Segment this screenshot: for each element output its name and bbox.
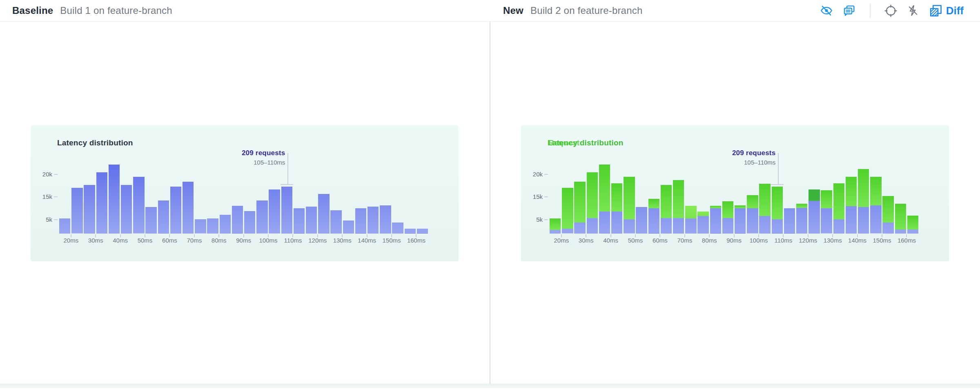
x-axis-label: 80ms <box>212 237 227 244</box>
baseline-bar-segment <box>808 201 820 234</box>
baseline-bar-segment <box>882 223 893 234</box>
x-axis-label: 110ms <box>774 237 792 244</box>
histogram-bar <box>611 183 622 234</box>
annotation-line <box>287 153 288 184</box>
x-axis-label: 140ms <box>358 237 376 244</box>
baseline-bar-segment <box>685 218 696 234</box>
diff-added-segment <box>858 169 869 207</box>
histogram-bar <box>648 199 659 234</box>
baseline-bar-segment <box>380 205 391 234</box>
baseline-bar-segment <box>710 208 721 234</box>
histogram-bar <box>380 205 391 234</box>
baseline-bar-segment <box>562 229 573 234</box>
histogram-bar <box>858 169 869 234</box>
baseline-bar-segment <box>772 219 783 234</box>
baseline-bar-segment <box>244 211 255 234</box>
baseline-bar-segment <box>870 205 881 234</box>
diff-added-segment <box>562 188 573 229</box>
baseline-bar-segment <box>895 229 906 234</box>
baseline-bar-segment <box>392 223 403 234</box>
diff-added-segment <box>673 180 684 218</box>
baseline-bar-segment <box>747 208 758 234</box>
hide-eye-icon[interactable] <box>820 4 833 17</box>
diff-added-segment <box>808 189 820 201</box>
baseline-bar-segment <box>858 207 869 234</box>
baseline-bar-segment <box>417 229 428 234</box>
histogram-bar <box>882 196 893 234</box>
diff-added-segment <box>735 205 746 209</box>
annotation-range: 105–110ms <box>732 159 775 166</box>
diff-added-segment <box>648 199 659 208</box>
y-axis-label: 5k <box>521 216 543 223</box>
new-snapshot-chart-with-diff: LatencyRequest distribution20k15k5k20ms3… <box>521 125 949 261</box>
baseline-bar-segment <box>109 165 120 234</box>
diff-added-segment <box>772 187 783 220</box>
y-axis-label: 15k <box>31 193 52 200</box>
histogram-bar <box>587 172 598 234</box>
y-axis-tick <box>544 196 548 197</box>
histogram-bar <box>661 185 672 234</box>
baseline-bar-segment <box>343 220 354 234</box>
baseline-bar-segment <box>624 219 635 234</box>
y-axis-label: 5k <box>31 216 52 223</box>
baseline-snapshot-chart: Latency distribution20k15k5k20ms30ms40ms… <box>31 125 459 261</box>
histogram-bar <box>121 185 132 234</box>
diff-added-segment <box>685 206 696 218</box>
baseline-bar-segment <box>784 208 795 234</box>
histogram-bar <box>685 206 696 234</box>
baseline-bar-segment <box>158 200 169 234</box>
histogram-bar <box>599 165 610 234</box>
diff-toggle[interactable]: Diff <box>929 4 964 18</box>
diff-added-segment <box>661 185 672 218</box>
baseline-bar-segment <box>405 229 416 234</box>
x-axis-label: 40ms <box>113 237 128 244</box>
comments-icon[interactable] <box>843 4 856 17</box>
diff-added-segment <box>882 196 893 223</box>
x-axis-label: 140ms <box>848 237 866 244</box>
x-axis-label: 80ms <box>702 237 717 244</box>
histogram-bar <box>846 177 857 234</box>
comparison-header: Baseline Build 1 on feature-branch New B… <box>0 0 980 22</box>
baseline-bar-segment <box>269 189 280 234</box>
baseline-bar-segment <box>846 206 857 234</box>
x-axis-label: 70ms <box>677 237 692 244</box>
x-axis-label: 120ms <box>308 237 327 244</box>
x-axis-label: 30ms <box>88 237 103 244</box>
baseline-bar-segment <box>636 207 647 234</box>
diff-added-segment <box>550 218 561 230</box>
histogram-bar <box>624 177 635 234</box>
annotation-title: 209 requests <box>242 149 285 157</box>
baseline-bar-segment <box>256 200 267 234</box>
x-axis-label: 150ms <box>382 237 401 244</box>
toolbar: Diff <box>820 0 964 21</box>
baseline-bar-segment <box>170 187 181 234</box>
baseline-bar-segment <box>574 223 585 234</box>
diff-added-segment <box>821 190 832 209</box>
lightning-off-icon[interactable] <box>907 4 919 17</box>
x-axis-label: 40ms <box>603 237 618 244</box>
annotation-bar-tick <box>281 184 293 185</box>
baseline-bar-segment <box>220 215 231 234</box>
histogram-bar <box>195 219 206 234</box>
annotation-callout: 209 requests105–110ms <box>732 149 775 166</box>
histogram-bar <box>796 204 807 234</box>
y-axis-label: 20k <box>31 171 52 178</box>
baseline-bar-segment <box>661 218 672 234</box>
baseline-build-name: Build 1 on feature-branch <box>60 5 172 16</box>
histogram-bar <box>294 208 305 234</box>
crosshair-icon[interactable] <box>884 4 897 17</box>
baseline-bar-segment <box>697 216 708 234</box>
baseline-bar-segment <box>722 218 733 234</box>
baseline-bar-segment <box>59 218 70 234</box>
baseline-label: Baseline <box>12 5 53 16</box>
baseline-pane: Latency distribution20k15k5k20ms30ms40ms… <box>0 22 490 388</box>
y-axis-tick <box>544 219 548 220</box>
histogram-bar <box>133 177 144 234</box>
annotation-title: 209 requests <box>732 149 775 157</box>
histogram-bar <box>330 210 341 234</box>
diff-added-segment <box>759 184 770 216</box>
baseline-bar-segment <box>611 212 622 234</box>
diff-added-segment <box>747 195 758 208</box>
baseline-bar-segment <box>550 230 561 234</box>
histogram-bar <box>96 172 107 234</box>
